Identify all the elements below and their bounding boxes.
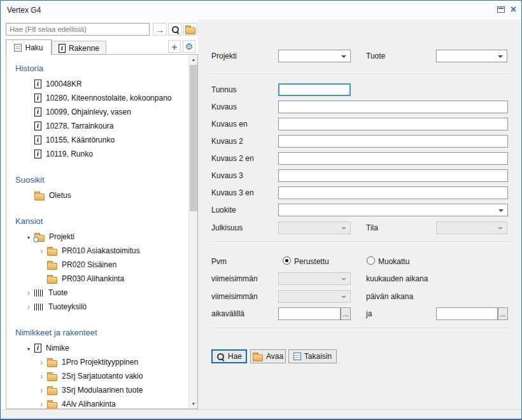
julkisuus-label: Julkisuus — [211, 223, 243, 232]
tree-item[interactable]: 2Srj Sarjatuotanto vakio — [6, 369, 188, 383]
tree-item[interactable]: PR010 Asiakastoimitus — [6, 244, 188, 258]
tree-item[interactable]: Oletus — [6, 188, 188, 202]
tree-item[interactable]: Tuote — [6, 286, 188, 300]
scrollbar[interactable]: ▲ ▼ — [188, 55, 197, 409]
folder-icon — [47, 374, 57, 381]
tree-item[interactable]: Nimike — [6, 341, 188, 355]
pvm-label: Pvm — [211, 257, 227, 266]
status-bar — [1, 409, 521, 419]
search-settings-button[interactable]: ⚙ — [183, 40, 195, 53]
chevron-collapsed-icon[interactable] — [36, 386, 47, 395]
chevron-collapsed-icon[interactable] — [36, 400, 47, 409]
tree-item[interactable]: 10280, Kiteennostolaite, kokoonpano — [6, 91, 188, 105]
search-go-button[interactable]: → — [153, 23, 167, 36]
viimeisimman-kuukausi-combo[interactable] — [278, 272, 351, 285]
arrow-right-icon: → — [155, 25, 165, 34]
tree-item[interactable]: 3Srj Modulaarinen tuote — [6, 383, 188, 397]
date-picker-start-button[interactable]: ... — [341, 307, 351, 320]
kuvaus-en-input[interactable] — [278, 118, 508, 130]
tree-item[interactable]: PR020 Sisäinen — [6, 258, 188, 272]
search-input[interactable] — [6, 23, 150, 36]
tuote-label: Tuote — [366, 52, 385, 60]
separator — [210, 74, 509, 75]
chevron-collapsed-icon[interactable] — [36, 246, 47, 256]
folder-icon — [47, 277, 57, 284]
radio-muokattu[interactable] — [367, 256, 375, 265]
chevron-down-icon — [341, 278, 346, 281]
tree-item[interactable]: 10119, Runko — [6, 147, 188, 161]
viimeisimman-paiva-combo[interactable] — [278, 290, 351, 303]
date-picker-end-button[interactable]: ... — [498, 307, 508, 320]
tree-item-label: Nimike — [46, 344, 69, 353]
chevron-collapsed-icon[interactable] — [23, 302, 34, 312]
chevron-collapsed-icon[interactable] — [36, 372, 47, 381]
kuvaus2-en-input[interactable] — [278, 152, 508, 165]
luokite-combo[interactable] — [278, 204, 508, 216]
kuvaus-label: Kuvaus — [211, 102, 237, 111]
folder-icon — [47, 249, 57, 256]
chevron-down-icon — [341, 296, 346, 298]
hae-button[interactable]: Hae — [211, 349, 247, 363]
tab-rakenne-label: Rakenne — [69, 44, 99, 53]
viimeisimman1-label: viimeisimmän — [211, 274, 258, 283]
kuvaus2-input[interactable] — [278, 135, 508, 148]
tree-item[interactable]: PR030 Alihankinta — [6, 272, 188, 286]
aikavalilla-label: aikavälillä — [211, 309, 244, 318]
tree-item[interactable]: 100048KR — [6, 77, 188, 91]
tab-rakenne[interactable]: Rakenne — [52, 41, 106, 55]
aikavalilla-end-input[interactable] — [436, 307, 498, 320]
tree-item[interactable]: Projekti — [6, 230, 188, 244]
kuvaus3-input[interactable] — [278, 169, 508, 182]
tree-item[interactable]: 10278, Tarrainkoura — [6, 119, 188, 133]
chevron-down-icon — [341, 227, 346, 230]
titlebar[interactable]: Vertex G4 × — [1, 1, 521, 20]
close-icon[interactable]: × — [511, 6, 516, 13]
tree-item[interactable]: 10155, Kääntörunko — [6, 133, 188, 147]
radio-perustettu[interactable] — [283, 256, 291, 265]
gear-icon: ⚙ — [185, 42, 194, 51]
tab-haku-label: Haku — [25, 43, 43, 52]
scroll-up-button[interactable]: ▲ — [189, 55, 198, 64]
tab-haku[interactable]: Haku — [6, 39, 52, 55]
tree-item-label: 3Srj Modulaarinen tuote — [62, 386, 143, 395]
julkisuus-combo[interactable] — [278, 221, 351, 234]
scroll-thumb[interactable] — [190, 65, 197, 211]
chevron-expanded-icon[interactable] — [23, 344, 34, 353]
info-icon — [59, 44, 66, 53]
kuvaus3-en-input[interactable] — [278, 186, 508, 199]
avaa-button[interactable]: Avaa — [250, 349, 286, 363]
tunnus-input[interactable] — [278, 83, 351, 96]
recent-folder-button[interactable] — [183, 23, 197, 36]
tunnus-label: Tunnus — [211, 85, 237, 94]
add-search-tab-button[interactable]: + — [168, 40, 181, 53]
dock-window-icon[interactable] — [497, 6, 505, 13]
barcode-icon — [34, 304, 44, 311]
separator — [210, 328, 509, 329]
tree-item[interactable]: Tuoteyksilö — [6, 300, 188, 314]
tree-item-label: PR010 Asiakastoimitus — [62, 246, 140, 255]
chevron-collapsed-icon[interactable] — [36, 358, 47, 367]
tree: Historia100048KR10280, Kiteennostolaite,… — [6, 55, 188, 409]
aikavalilla-start-input[interactable] — [278, 307, 341, 320]
barcode-icon — [34, 290, 44, 297]
plus-icon: + — [172, 42, 178, 52]
avaa-button-label: Avaa — [266, 352, 283, 361]
info-icon — [34, 136, 41, 144]
tila-combo[interactable] — [436, 221, 507, 234]
list-icon — [293, 353, 301, 360]
tree-item-label: PR020 Sisäinen — [62, 260, 116, 269]
tree-item[interactable]: 1Pro Projektityyppinen — [6, 355, 188, 369]
scroll-down-button[interactable]: ▼ — [189, 399, 198, 409]
tree-item[interactable]: 10099, Ohjainlevy, vasen — [6, 105, 188, 119]
chevron-collapsed-icon[interactable] — [23, 288, 34, 298]
tree-item[interactable]: 4Alv Alihankinta — [6, 397, 188, 409]
tuote-combo[interactable] — [436, 50, 507, 62]
takaisin-button[interactable]: Takaisin — [288, 349, 337, 363]
kuvaus-input[interactable] — [278, 101, 508, 113]
magnifier-icon — [171, 25, 180, 34]
projekti-combo[interactable] — [278, 50, 351, 62]
luokite-label: Luokite — [211, 206, 236, 214]
search-magnifier-button[interactable] — [168, 23, 182, 36]
tree-item-label: 10278, Tarrainkoura — [46, 122, 114, 130]
tree-item-label: 10099, Ohjainlevy, vasen — [46, 108, 131, 116]
